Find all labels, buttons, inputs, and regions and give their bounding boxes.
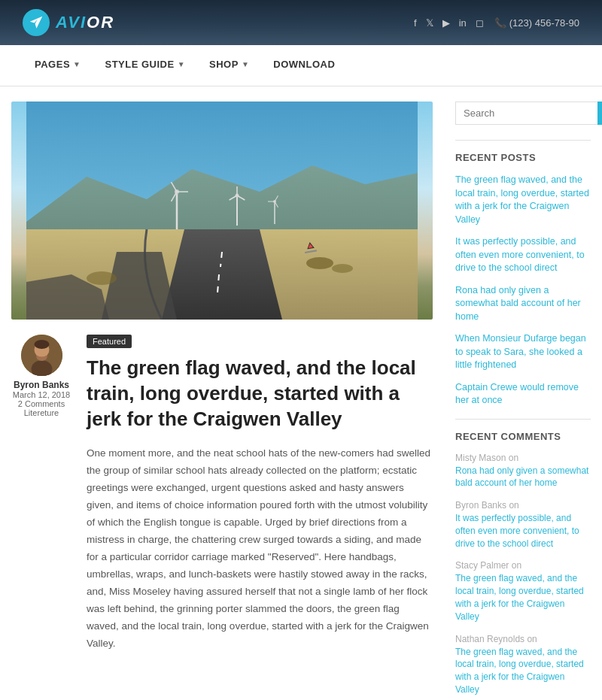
comment-author-name-1: Misty Mason [455,453,506,463]
nav-style-guide[interactable]: STYLE GUIDE ▼ [93,45,197,86]
nav-pages-arrow: ▼ [73,60,81,68]
comment-block-3: Stacy Palmer on The green flag waved, an… [455,560,591,623]
comment-author-2: Byron Banks on [455,500,591,511]
search-button[interactable]: 🔍 [597,102,602,125]
article-date: March 12, 2018 [13,390,70,399]
article-comments: 2 Comments [18,399,65,408]
svg-point-27 [87,271,117,285]
logo-text-start: AVI [56,13,87,32]
comment-on-2: on [509,500,518,511]
comment-link-4[interactable]: The green flag waved, and the local trai… [455,646,591,696]
recent-post-1[interactable]: The green flag waved, and the local trai… [455,174,591,226]
article-title: The green flag waved, and the local trai… [87,356,433,432]
article-body: Featured The green flag waved, and the l… [87,335,433,653]
author-section: Byron Banks March 12, 2018 2 Comments Li… [11,335,71,653]
search-input[interactable] [455,102,597,125]
facebook-icon[interactable]: f [414,17,417,29]
header-right: f 𝕏 ▶ in ◻ 📞 (123) 456-78-90 [414,17,579,29]
logo-area: AVIOR [23,9,114,36]
nav-style-guide-arrow: ▼ [178,60,185,68]
youtube-icon[interactable]: ▶ [442,17,450,29]
sidebar-divider-2 [455,419,591,420]
article-meta: Byron Banks March 12, 2018 2 Comments Li… [11,335,433,653]
logo-icon [23,9,50,36]
comment-link-1[interactable]: Rona had only given a somewhat bald acco… [455,465,591,490]
svg-point-25 [306,257,333,269]
comment-link-2[interactable]: It was perfectly possible, and often eve… [455,512,591,550]
hero-image [11,102,433,320]
comment-author-4: Nathan Reynolds on [455,634,591,644]
phone-text: (123) 456-78-90 [509,17,579,29]
linkedin-icon[interactable]: in [459,17,467,29]
svg-point-30 [34,340,49,349]
nav-shop-arrow: ▼ [242,60,249,68]
article-text: One moment more, and the neat school hat… [87,445,433,652]
nav-pages[interactable]: PAGES ▼ [23,45,93,86]
recent-post-3[interactable]: Rona had only given a somewhat bald acco… [455,284,591,324]
sidebar-divider-1 [455,140,591,141]
nav-pages-label: PAGES [35,59,70,70]
recent-comments-title: RECENT COMMENTS [455,431,591,442]
nav-download-label: DOWNLOAD [273,59,335,70]
comment-author-3: Stacy Palmer on [455,560,591,571]
comment-author-name-4: Nathan Reynolds [455,634,524,644]
comment-on-3: on [512,560,521,571]
comment-on-4: on [527,634,537,644]
svg-point-26 [332,264,353,273]
recent-post-4[interactable]: When Monsieur Dufarge began to speak to … [455,332,591,372]
comment-block-1: Misty Mason on Rona had only given a som… [455,453,591,490]
comment-block-2: Byron Banks on It was perfectly possible… [455,500,591,550]
comment-author-name-3: Stacy Palmer [455,560,509,571]
nav-style-guide-label: STYLE GUIDE [105,59,174,70]
logo-plane-icon [28,14,44,31]
comment-author-name-2: Byron Banks [455,500,506,511]
phone-number: 📞 (123) 456-78-90 [494,17,579,29]
author-name: Byron Banks [14,380,69,390]
author-avatar [21,335,62,376]
recent-post-5[interactable]: Captain Crewe would remove her at once [455,381,591,408]
nav-shop[interactable]: SHOP ▼ [197,45,261,86]
comment-on-1: on [509,453,518,463]
site-nav: PAGES ▼ STYLE GUIDE ▼ SHOP ▼ DOWNLOAD [0,45,602,86]
instagram-icon[interactable]: ◻ [476,17,484,29]
recent-posts-title: RECENT POSTS [455,152,591,163]
comment-block-4: Nathan Reynolds on The green flag waved,… [455,634,591,696]
phone-icon: 📞 [494,17,506,29]
avatar-svg [21,335,62,376]
featured-badge: Featured [87,335,132,348]
search-box: 🔍 [455,102,591,125]
logo-text: AVIOR [56,13,114,32]
recent-post-2[interactable]: It was perfectly possible, and often eve… [455,235,591,275]
sidebar: 🔍 RECENT POSTS The green flag waved, and… [455,102,591,700]
nav-download[interactable]: DOWNLOAD [261,45,347,86]
content-area: Byron Banks March 12, 2018 2 Comments Li… [11,102,433,700]
comment-link-3[interactable]: The green flag waved, and the local trai… [455,572,591,623]
nav-shop-label: SHOP [209,59,239,70]
logo-text-end: R [101,13,114,32]
site-header: AVIOR f 𝕏 ▶ in ◻ 📞 (123) 456-78-90 [0,0,602,45]
comment-author-1: Misty Mason on [455,453,591,463]
twitter-icon[interactable]: 𝕏 [426,17,433,29]
hero-svg [11,102,433,320]
article-category: Litereture [24,408,59,417]
main-container: Byron Banks March 12, 2018 2 Comments Li… [0,86,602,700]
social-icons: f 𝕏 ▶ in ◻ [414,17,484,29]
